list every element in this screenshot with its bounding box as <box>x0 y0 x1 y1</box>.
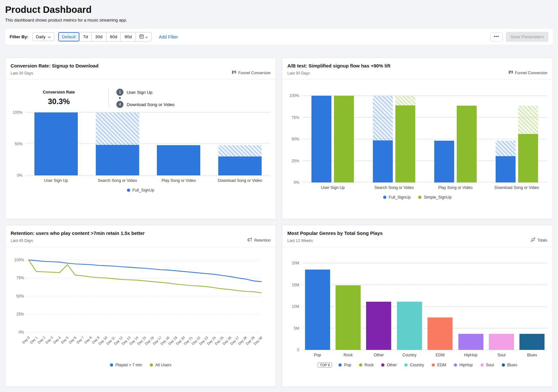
bar-group <box>486 96 547 183</box>
card-subtitle: Last 30 Days <box>287 71 390 76</box>
card-body: 0%25%50%75%100%Day 0Day 1Day 2Day 3Day 4… <box>5 247 276 372</box>
x-axis-label: Day 4 <box>52 335 61 344</box>
legend-item[interactable]: HipHop <box>454 363 473 367</box>
interval-dropdown[interactable]: Daily <box>32 32 54 41</box>
x-axis-label: Day 0 <box>22 335 31 344</box>
bar-segment-solid <box>366 302 391 350</box>
bars <box>302 96 547 183</box>
funnel-chart-icon <box>232 70 236 76</box>
legend-item[interactable]: Rock <box>359 363 374 367</box>
card-subtitle: Last 45 Days <box>11 238 145 243</box>
bar[interactable] <box>397 263 422 350</box>
y-axis-tick-label: 0% <box>17 173 22 178</box>
plot <box>302 96 547 183</box>
y-axis-tick-label: 25% <box>292 159 299 163</box>
legend-dot-icon <box>454 363 457 367</box>
legend-item[interactable]: Played > 7 min <box>110 363 142 367</box>
x-axis-label: Day 3 <box>45 335 54 344</box>
bar-segment-solid <box>218 156 262 175</box>
vertical-divider <box>108 87 109 107</box>
y-axis-tick-label: 50% <box>16 294 24 298</box>
more-options-button[interactable]: ••• <box>490 32 503 41</box>
legend-item[interactable]: Pop <box>338 363 351 367</box>
bar[interactable] <box>518 96 538 183</box>
bar[interactable] <box>519 263 544 350</box>
legend-item[interactable]: Full_SignUp <box>383 195 410 200</box>
bar[interactable] <box>434 96 454 183</box>
legend-label: HipHop <box>459 363 473 367</box>
legend-item[interactable]: Soul <box>481 363 494 367</box>
bar[interactable] <box>489 263 514 350</box>
y-axis-tick-label: 0 <box>297 348 299 352</box>
bar[interactable] <box>218 112 262 175</box>
bar[interactable] <box>311 96 331 183</box>
legend: Full_SignUp <box>11 188 271 192</box>
metric-value: 30.3% <box>11 97 107 106</box>
legend-item[interactable]: Other <box>381 363 397 367</box>
legend-item[interactable]: All Users <box>150 363 171 367</box>
bar-group <box>333 263 363 350</box>
bar-segment-dropoff <box>496 141 516 156</box>
filter-segment-60d[interactable]: 60d <box>106 32 121 41</box>
bars <box>25 112 271 175</box>
y-axis-tick-label: 5M <box>294 326 299 331</box>
step-label: User Sign Up <box>127 90 152 95</box>
bar[interactable] <box>458 263 483 350</box>
y-axis: 0%50%100% <box>11 112 25 175</box>
bar[interactable] <box>305 263 330 350</box>
y-axis: 05M10M15M20M <box>287 263 302 350</box>
card-title: Retention: users who play content >7min … <box>11 230 145 236</box>
bar[interactable] <box>366 263 391 350</box>
legend-dot-icon <box>383 196 386 199</box>
page-title: Product Dashboard <box>5 4 553 15</box>
arrow-down-icon: ▼ <box>118 97 175 100</box>
legend-item[interactable]: Blues <box>502 363 517 367</box>
x-axis-label: Other <box>364 353 394 357</box>
line-chart-svg: 0%25%50%75%100%Day 0Day 1Day 2Day 3Day 4… <box>11 256 265 356</box>
y-axis: 0%25%50%75%100% <box>287 96 302 183</box>
retention-chart-icon: C <box>248 237 252 243</box>
add-filter-link[interactable]: Add Filter <box>159 34 178 40</box>
legend-item[interactable]: Country <box>404 363 424 367</box>
bar[interactable] <box>34 112 78 175</box>
legend-item[interactable]: Full_SignUp <box>127 188 154 192</box>
bar-segment-dropoff <box>457 105 477 106</box>
x-axis-label: Play Song or Video <box>425 185 486 190</box>
legend-label: Pop <box>344 363 351 367</box>
filter-segment-custom-date[interactable] <box>135 32 152 41</box>
bar[interactable] <box>395 96 415 183</box>
bar[interactable] <box>157 112 200 175</box>
genres-bar-chart: 05M10M15M20MPopRockOtherCountryEDMHipHop… <box>287 263 547 368</box>
bar-segment-dropoff <box>157 145 200 145</box>
card-subtitle: Last 30 Days <box>11 71 98 76</box>
bar-segment-solid <box>311 96 331 183</box>
card-header: Most Popular Genres by Total Song Plays … <box>282 225 553 247</box>
bar[interactable] <box>336 263 361 350</box>
card-body: Conversion Rate 30.3% 1 User Sign Up ▼ 4… <box>5 80 276 198</box>
series-line[interactable] <box>29 260 261 282</box>
funnel-chart: 0%50%100%User Sign UpSearch Song or Vide… <box>11 112 271 192</box>
chart-type-pill: Totals <box>531 237 547 243</box>
x-axis-label: Day 7 <box>76 335 85 344</box>
bar[interactable] <box>428 263 453 350</box>
card-header: Conversion Rate: Signup to Download Last… <box>5 58 276 80</box>
bar-segment-solid <box>34 112 78 175</box>
bar[interactable] <box>457 96 477 183</box>
filter-by-label: Filter By: <box>10 34 29 39</box>
filter-segment-7d[interactable]: 7d <box>79 32 92 41</box>
legend-item[interactable]: EDM <box>432 363 446 367</box>
save-parameters-button: Save Parameters <box>506 32 548 42</box>
filter-segment-30d[interactable]: 30d <box>91 32 106 41</box>
legend-label: Full_SignUp <box>132 188 154 192</box>
bar[interactable] <box>373 96 393 183</box>
x-axis: PopRockOtherCountryEDMHipHopSoulBlues <box>302 353 547 357</box>
bar[interactable] <box>496 96 516 183</box>
filter-segment-default[interactable]: Default <box>58 32 80 41</box>
bar-segment-solid <box>395 105 415 183</box>
bar-segment-solid <box>489 334 514 350</box>
filter-segment-90d[interactable]: 90d <box>121 32 136 41</box>
legend-item[interactable]: Simple_SignUp <box>418 195 451 200</box>
bar[interactable] <box>96 112 139 175</box>
bar-segment-dropoff <box>96 112 139 145</box>
bar[interactable] <box>334 96 354 183</box>
